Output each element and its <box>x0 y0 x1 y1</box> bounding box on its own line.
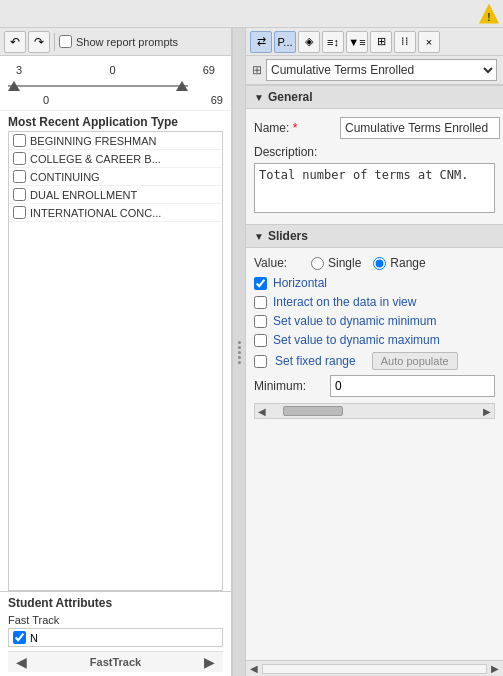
scrollbar-right-arrow[interactable]: ▶ <box>480 406 494 417</box>
general-collapse-arrow: ▼ <box>254 92 264 103</box>
horizontal-checkbox[interactable] <box>254 277 267 290</box>
list-item[interactable]: INTERNATIONAL CONC... <box>9 204 222 222</box>
interact-btn[interactable]: ⇄ <box>250 31 272 53</box>
name-label: Name: * <box>254 121 334 135</box>
close-btn[interactable]: × <box>418 31 440 53</box>
warning-icon[interactable]: ! <box>479 4 499 24</box>
slider-thumb-left[interactable] <box>8 81 20 91</box>
filter2-btn[interactable]: ◈ <box>298 31 320 53</box>
attr-list: N <box>8 628 223 647</box>
range-radio[interactable] <box>373 257 386 270</box>
more-btn[interactable]: ⁞⁞ <box>394 31 416 53</box>
slider-max-label: 69 <box>203 64 215 76</box>
filter-btn[interactable]: ▼≡ <box>346 31 368 53</box>
name-input[interactable] <box>340 117 500 139</box>
nav-bar: ◀ FastTrack ▶ <box>8 651 223 672</box>
value-radio-row: Value: Single Range <box>254 256 495 270</box>
slider-track[interactable] <box>8 78 188 94</box>
general-section-title: General <box>268 90 313 104</box>
dynamic-min-checkbox[interactable] <box>254 315 267 328</box>
list-item-checkbox[interactable] <box>13 134 26 147</box>
attr-item-checkbox[interactable] <box>13 631 26 644</box>
bottom-scroll-left-arrow[interactable]: ◀ <box>246 663 262 674</box>
nav-prev-btn[interactable]: ◀ <box>12 654 31 670</box>
general-section-header[interactable]: ▼ General <box>246 85 503 109</box>
general-section-body: Name: * Description: Total number of ter… <box>246 109 503 224</box>
field-type-icon: ⊞ <box>252 63 262 77</box>
description-group: Description: Total number of terms at CN… <box>254 145 495 216</box>
attr-label: Fast Track <box>8 614 223 626</box>
slider-range-max: 69 <box>211 94 223 106</box>
slider-thumb-right[interactable] <box>176 81 188 91</box>
single-radio-option[interactable]: Single <box>311 256 361 270</box>
sliders-collapse-arrow: ▼ <box>254 231 264 242</box>
list-item[interactable]: CONTINUING <box>9 168 222 186</box>
undo-button[interactable]: ↶ <box>4 31 26 53</box>
show-report-prompts-checkbox[interactable] <box>59 35 72 48</box>
link-btn[interactable]: ⊞ <box>370 31 392 53</box>
description-textarea[interactable]: Total number of terms at CNM. <box>254 163 495 213</box>
dynamic-min-row: Set value to dynamic minimum <box>254 314 495 328</box>
redo-button[interactable]: ↷ <box>28 31 50 53</box>
dynamic-max-checkbox[interactable] <box>254 334 267 347</box>
sliders-section-body: Value: Single Range Horizontal <box>246 248 503 433</box>
sliders-section: ▼ Sliders Value: Single Range <box>246 224 503 433</box>
scrollbar-left-arrow[interactable]: ◀ <box>255 406 269 417</box>
interact-checkbox[interactable] <box>254 296 267 309</box>
sliders-section-title: Sliders <box>268 229 308 243</box>
attr-item[interactable]: N <box>9 629 222 646</box>
right-toolbar: ⇄P...◈≡↕▼≡⊞⁞⁞× <box>246 28 503 56</box>
minimum-input[interactable] <box>330 375 495 397</box>
slider-num-labels: 3 0 69 <box>8 64 223 76</box>
dynamic-max-row: Set value to dynamic maximum <box>254 333 495 347</box>
fixed-range-label: Set fixed range <box>275 354 356 368</box>
range-radio-option[interactable]: Range <box>373 256 425 270</box>
collapse-handle[interactable] <box>232 28 246 676</box>
scrollbar-area[interactable]: ◀ ▶ <box>254 403 495 419</box>
bottom-scrollbar: ◀ ▶ <box>246 660 503 676</box>
slider-area: 3 0 69 0 69 <box>0 56 231 111</box>
bottom-scroll-right-arrow[interactable]: ▶ <box>487 663 503 674</box>
student-attrs-title: Student Attributes <box>8 596 223 610</box>
list-item[interactable]: COLLEGE & CAREER B... <box>9 150 222 168</box>
field-dropdown[interactable]: Cumulative Terms Enrolled <box>266 59 497 81</box>
scrollbar-thumb[interactable] <box>283 406 343 416</box>
interact-row: Interact on the data in view <box>254 295 495 309</box>
single-radio[interactable] <box>311 257 324 270</box>
horizontal-label: Horizontal <box>273 276 327 290</box>
general-section: ▼ General Name: * Description: Total num… <box>246 85 503 224</box>
left-panel: ↶ ↷ Show report prompts 3 0 69 <box>0 28 232 676</box>
top-bar: ! <box>0 0 503 28</box>
list-item-checkbox[interactable] <box>13 170 26 183</box>
dynamic-min-label: Set value to dynamic minimum <box>273 314 436 328</box>
slider-min-label: 3 <box>16 64 22 76</box>
list-item[interactable]: DUAL ENROLLMENT <box>9 186 222 204</box>
auto-populate-button[interactable]: Auto populate <box>372 352 458 370</box>
minimum-label: Minimum: <box>254 379 324 393</box>
properties-btn[interactable]: P... <box>274 31 296 53</box>
list-scroll-area[interactable]: BEGINNING FRESHMANCOLLEGE & CAREER B...C… <box>8 131 223 591</box>
list-container: Most Recent Application Type BEGINNING F… <box>0 111 231 591</box>
sliders-section-header[interactable]: ▼ Sliders <box>246 224 503 248</box>
show-report-prompts-label[interactable]: Show report prompts <box>59 35 178 48</box>
bottom-scroll-thumb-area[interactable] <box>262 664 487 674</box>
description-label: Description: <box>254 145 495 159</box>
fixed-range-checkbox[interactable] <box>254 355 267 368</box>
value-label: Value: <box>254 256 299 270</box>
sort-btn[interactable]: ≡↕ <box>322 31 344 53</box>
toolbar-separator <box>54 33 55 51</box>
list-item[interactable]: BEGINNING FRESHMAN <box>9 132 222 150</box>
nav-label: FastTrack <box>90 656 141 668</box>
required-star: * <box>293 121 298 135</box>
interact-label: Interact on the data in view <box>273 295 416 309</box>
left-toolbar: ↶ ↷ Show report prompts <box>0 28 231 56</box>
list-item-checkbox[interactable] <box>13 206 26 219</box>
slider-line <box>8 85 188 87</box>
list-item-checkbox[interactable] <box>13 188 26 201</box>
main-layout: ↶ ↷ Show report prompts 3 0 69 <box>0 28 503 676</box>
collapse-dots <box>238 341 241 364</box>
nav-next-btn[interactable]: ▶ <box>200 654 219 670</box>
slider-range-min: 0 <box>43 94 49 106</box>
slider-zero-label: 0 <box>109 64 115 76</box>
list-item-checkbox[interactable] <box>13 152 26 165</box>
